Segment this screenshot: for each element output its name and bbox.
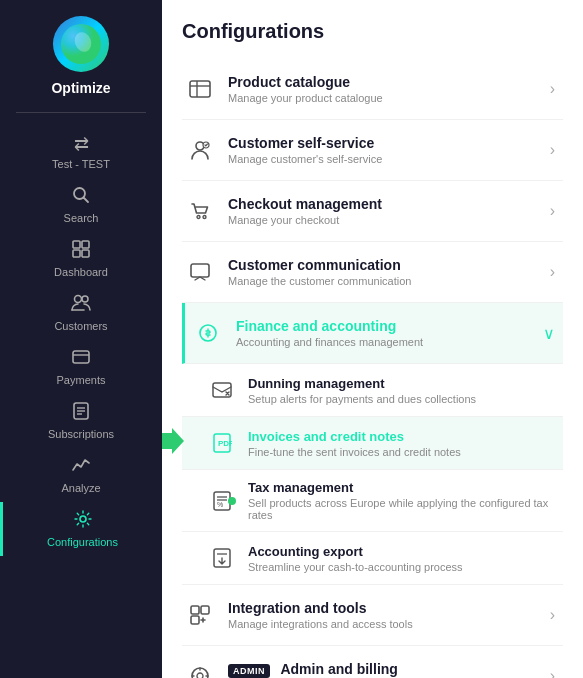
integration-tools-arrow: › bbox=[550, 606, 555, 624]
sidebar-item-customers[interactable]: Customers bbox=[0, 286, 162, 340]
dunning-title: Dunning management bbox=[248, 376, 555, 391]
sub-item-tax[interactable]: % Tax management Sell products across Eu… bbox=[182, 470, 563, 532]
dot-indicator bbox=[228, 497, 236, 505]
svg-marker-27 bbox=[162, 428, 184, 454]
app-logo bbox=[53, 16, 109, 72]
tax-text: Tax management Sell products across Euro… bbox=[248, 480, 555, 521]
customer-communication-title: Customer communication bbox=[228, 257, 542, 273]
svg-point-23 bbox=[203, 216, 206, 219]
accounting-export-subtitle: Streamline your cash-to-accounting proce… bbox=[248, 561, 555, 573]
sidebar-item-payments[interactable]: Payments bbox=[0, 340, 162, 394]
customer-communication-text: Customer communication Manage the custom… bbox=[228, 257, 542, 287]
svg-point-22 bbox=[197, 216, 200, 219]
customer-self-service-icon bbox=[182, 132, 218, 168]
tax-title: Tax management bbox=[248, 480, 555, 495]
config-item-checkout[interactable]: Checkout management Manage your checkout… bbox=[182, 181, 563, 242]
page-title: Configurations bbox=[182, 20, 563, 43]
checkout-arrow: › bbox=[550, 202, 555, 220]
config-item-customer-communication[interactable]: Customer communication Manage the custom… bbox=[182, 242, 563, 303]
main-content: Configurations Product catalogue Manage … bbox=[162, 0, 583, 678]
admin-billing-icon bbox=[182, 658, 218, 678]
highlight-arrow bbox=[162, 428, 184, 458]
customer-self-service-text: Customer self-service Manage customer's … bbox=[228, 135, 542, 165]
checkout-title: Checkout management bbox=[228, 196, 542, 212]
invoices-subtitle: Fine-tune the sent invoices and credit n… bbox=[248, 446, 555, 458]
checkout-subtitle: Manage your checkout bbox=[228, 214, 542, 226]
customer-self-service-subtitle: Manage customer's self-service bbox=[228, 153, 542, 165]
configurations-icon bbox=[74, 510, 92, 533]
accounting-export-title: Accounting export bbox=[248, 544, 555, 559]
sub-item-accounting-export[interactable]: Accounting export Streamline your cash-t… bbox=[182, 532, 563, 585]
svg-point-40 bbox=[197, 673, 203, 678]
dunning-icon bbox=[206, 374, 238, 406]
svg-line-3 bbox=[84, 198, 89, 203]
sidebar-item-configurations[interactable]: Configurations bbox=[0, 502, 162, 556]
svg-rect-36 bbox=[191, 606, 199, 614]
dunning-subtitle: Setup alerts for payments and dues colle… bbox=[248, 393, 555, 405]
admin-billing-arrow: › bbox=[550, 667, 555, 678]
config-item-product-catalogue[interactable]: Product catalogue Manage your product ca… bbox=[182, 59, 563, 120]
product-catalogue-subtitle: Manage your product catalogue bbox=[228, 92, 542, 104]
config-item-finance-accounting[interactable]: Finance and accounting Accounting and fi… bbox=[182, 303, 563, 364]
finance-sub-items: Dunning management Setup alerts for paym… bbox=[182, 364, 563, 585]
customer-self-service-arrow: › bbox=[550, 141, 555, 159]
accounting-export-text: Accounting export Streamline your cash-t… bbox=[248, 544, 555, 573]
invoices-title: Invoices and credit notes bbox=[248, 429, 555, 444]
tax-subtitle: Sell products across Europe while applyi… bbox=[248, 497, 555, 521]
sidebar-item-test[interactable]: ⇄ Test - TEST bbox=[0, 125, 162, 178]
customer-communication-icon bbox=[182, 254, 218, 290]
admin-billing-title: Admin and billing bbox=[280, 661, 397, 677]
product-catalogue-icon bbox=[182, 71, 218, 107]
svg-rect-17 bbox=[190, 81, 210, 97]
product-catalogue-text: Product catalogue Manage your product ca… bbox=[228, 74, 542, 104]
integration-tools-icon bbox=[182, 597, 218, 633]
svg-rect-4 bbox=[73, 241, 80, 248]
sub-item-invoices[interactable]: PDF Invoices and credit notes Fine-tune … bbox=[182, 417, 563, 470]
finance-accounting-text: Finance and accounting Accounting and fi… bbox=[236, 318, 535, 348]
sidebar-item-dashboard[interactable]: Dashboard bbox=[0, 232, 162, 286]
invoices-text: Invoices and credit notes Fine-tune the … bbox=[248, 429, 555, 458]
svg-rect-38 bbox=[191, 616, 199, 624]
dunning-text: Dunning management Setup alerts for paym… bbox=[248, 376, 555, 405]
integration-tools-subtitle: Manage integrations and access tools bbox=[228, 618, 542, 630]
admin-badge: ADMIN bbox=[228, 664, 270, 678]
finance-accounting-icon bbox=[190, 315, 226, 351]
svg-text:PDF: PDF bbox=[218, 439, 232, 448]
svg-point-9 bbox=[82, 296, 88, 302]
finance-accounting-title: Finance and accounting bbox=[236, 318, 535, 334]
transfer-icon: ⇄ bbox=[74, 133, 89, 155]
integration-tools-text: Integration and tools Manage integration… bbox=[228, 600, 542, 630]
checkout-icon bbox=[182, 193, 218, 229]
sub-item-dunning[interactable]: Dunning management Setup alerts for paym… bbox=[182, 364, 563, 417]
sidebar-item-search[interactable]: Search bbox=[0, 178, 162, 232]
subscriptions-icon bbox=[73, 402, 89, 425]
customer-communication-arrow: › bbox=[550, 263, 555, 281]
svg-point-16 bbox=[80, 516, 86, 522]
customer-communication-subtitle: Manage the customer communication bbox=[228, 275, 542, 287]
sidebar-item-subscriptions[interactable]: Subscriptions bbox=[0, 394, 162, 448]
finance-accounting-subtitle: Accounting and finances management bbox=[236, 336, 535, 348]
sidebar-item-analyze[interactable]: Analyze bbox=[0, 448, 162, 502]
invoices-icon: PDF bbox=[206, 427, 238, 459]
checkout-text: Checkout management Manage your checkout bbox=[228, 196, 542, 226]
customers-icon bbox=[71, 294, 91, 317]
app-name: Optimize bbox=[51, 80, 110, 96]
config-item-integration-tools[interactable]: Integration and tools Manage integration… bbox=[182, 585, 563, 646]
svg-rect-37 bbox=[201, 606, 209, 614]
sidebar-divider bbox=[16, 112, 146, 113]
accounting-export-icon bbox=[206, 542, 238, 574]
customer-self-service-title: Customer self-service bbox=[228, 135, 542, 151]
svg-rect-24 bbox=[191, 264, 209, 277]
svg-rect-6 bbox=[73, 250, 80, 257]
integration-tools-title: Integration and tools bbox=[228, 600, 542, 616]
svg-rect-5 bbox=[82, 241, 89, 248]
config-item-admin-billing[interactable]: ADMIN Admin and billing Manage your acco… bbox=[182, 646, 563, 678]
svg-point-8 bbox=[75, 296, 82, 303]
finance-accounting-arrow: ∨ bbox=[543, 324, 555, 343]
product-catalogue-arrow: › bbox=[550, 80, 555, 98]
analyze-icon bbox=[72, 456, 90, 479]
product-catalogue-title: Product catalogue bbox=[228, 74, 542, 90]
search-icon bbox=[72, 186, 90, 209]
config-item-customer-self-service[interactable]: Customer self-service Manage customer's … bbox=[182, 120, 563, 181]
svg-rect-7 bbox=[82, 250, 89, 257]
